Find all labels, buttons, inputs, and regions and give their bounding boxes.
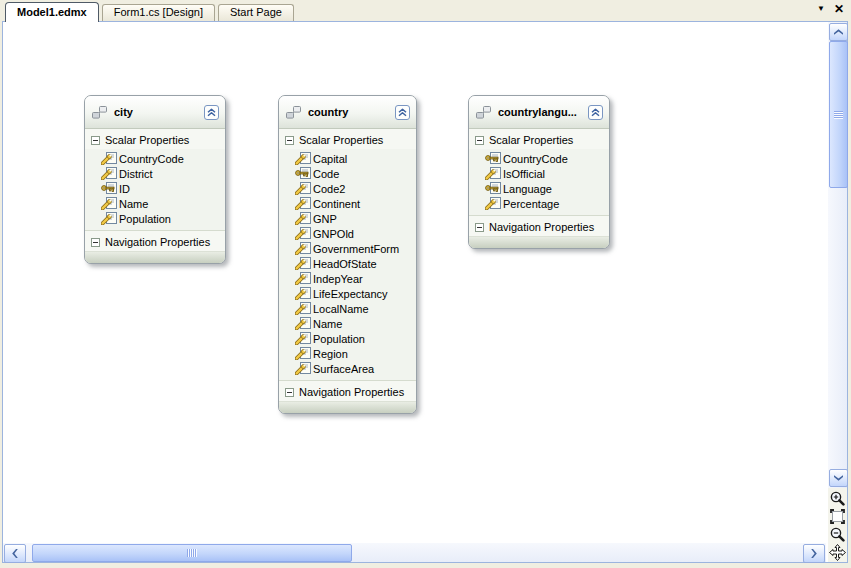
property-row-lifeexpectancy[interactable]: LifeExpectancy	[279, 286, 416, 301]
property-icon	[295, 257, 312, 270]
property-label: Continent	[313, 198, 360, 210]
property-icon	[295, 212, 312, 225]
section-label: Navigation Properties	[489, 221, 594, 233]
property-label: GNPOld	[313, 228, 354, 240]
tab-model1-edmx[interactable]: Model1.edmx	[5, 2, 99, 22]
property-row-localname[interactable]: LocalName	[279, 301, 416, 316]
property-row-name[interactable]: Name	[85, 196, 225, 211]
navigation-properties-header[interactable]: Navigation Properties	[85, 230, 225, 251]
chevron-left-icon	[12, 549, 18, 558]
property-label: IsOfficial	[503, 168, 545, 180]
entity-city[interactable]: cityScalar PropertiesCountryCodeDistrict…	[84, 95, 226, 264]
collapse-minus-icon	[285, 388, 294, 397]
scalar-properties-header[interactable]: Scalar Properties	[279, 129, 416, 149]
property-label: HeadOfState	[313, 258, 377, 270]
property-row-countrycode[interactable]: CountryCode	[85, 151, 225, 166]
property-row-gnp[interactable]: GNP	[279, 211, 416, 226]
tab-label: Start Page	[230, 6, 282, 18]
key-property-icon	[101, 182, 118, 195]
property-row-id[interactable]: ID	[85, 181, 225, 196]
vs-designer-window: { "tabs": { "items": [ {"label": "Model1…	[0, 0, 851, 568]
entity-footer	[85, 251, 225, 263]
property-row-headofstate[interactable]: HeadOfState	[279, 256, 416, 271]
property-label: Language	[503, 183, 552, 195]
property-label: Percentage	[503, 198, 559, 210]
zoom-fit-button[interactable]	[829, 508, 846, 525]
property-row-indepyear[interactable]: IndepYear	[279, 271, 416, 286]
tab-label: Model1.edmx	[17, 6, 87, 18]
vertical-scrollbar[interactable]	[828, 22, 847, 488]
property-icon	[295, 332, 312, 345]
entity-header[interactable]: countrylangu...	[469, 96, 609, 129]
scroll-up-button[interactable]	[829, 23, 848, 41]
entity-footer	[279, 401, 416, 413]
scroll-left-button[interactable]	[4, 544, 26, 563]
chevron-up-icon	[834, 29, 843, 35]
document-tabstrip: Model1.edmx Form1.cs [Design] Start Page	[0, 0, 851, 21]
scroll-down-button[interactable]	[829, 469, 848, 487]
property-row-region[interactable]: Region	[279, 346, 416, 361]
property-icon	[295, 272, 312, 285]
zoom-toolbar	[828, 488, 847, 562]
property-icon	[295, 227, 312, 240]
property-label: Code	[313, 168, 339, 180]
pan-button[interactable]	[829, 544, 846, 561]
property-row-gnpold[interactable]: GNPOld	[279, 226, 416, 241]
scalar-properties-header[interactable]: Scalar Properties	[469, 129, 609, 149]
entity-country[interactable]: countryScalar PropertiesCapitalCodeCode2…	[278, 95, 417, 414]
scroll-right-button[interactable]	[803, 544, 825, 563]
scalar-properties-header[interactable]: Scalar Properties	[85, 129, 225, 149]
close-icon[interactable]: ✕	[834, 3, 844, 15]
section-label: Navigation Properties	[299, 386, 404, 398]
entity-icon	[285, 106, 302, 119]
property-row-isofficial[interactable]: IsOfficial	[469, 166, 609, 181]
chevron-down-icon	[834, 475, 843, 481]
navigation-properties-header[interactable]: Navigation Properties	[469, 215, 609, 236]
collapse-chevron-icon[interactable]	[395, 105, 410, 120]
entity-icon	[475, 106, 492, 119]
horizontal-scroll-thumb[interactable]	[32, 544, 352, 562]
property-icon	[101, 167, 118, 180]
property-row-capital[interactable]: Capital	[279, 151, 416, 166]
property-row-name[interactable]: Name	[279, 316, 416, 331]
property-label: LifeExpectancy	[313, 288, 388, 300]
section-label: Navigation Properties	[105, 236, 210, 248]
property-row-district[interactable]: District	[85, 166, 225, 181]
horizontal-scrollbar[interactable]	[3, 543, 826, 562]
navigation-properties-header[interactable]: Navigation Properties	[279, 380, 416, 401]
pan-icon	[829, 544, 846, 561]
property-row-governmentform[interactable]: GovernmentForm	[279, 241, 416, 256]
property-icon	[101, 197, 118, 210]
collapse-minus-icon	[475, 223, 484, 232]
property-icon	[295, 347, 312, 360]
entity-header[interactable]: city	[85, 96, 225, 129]
tab-label: Form1.cs [Design]	[114, 6, 203, 18]
property-row-code[interactable]: Code	[279, 166, 416, 181]
property-row-percentage[interactable]: Percentage	[469, 196, 609, 211]
property-label: CountryCode	[503, 153, 568, 165]
window-controls: ▼ ✕	[817, 3, 844, 15]
property-row-population[interactable]: Population	[85, 211, 225, 226]
window-dropdown-icon[interactable]: ▼	[817, 3, 825, 15]
property-row-language[interactable]: Language	[469, 181, 609, 196]
design-canvas[interactable]: cityScalar PropertiesCountryCodeDistrict…	[3, 22, 826, 541]
property-row-continent[interactable]: Continent	[279, 196, 416, 211]
vertical-scroll-thumb[interactable]	[829, 41, 848, 188]
property-row-population[interactable]: Population	[279, 331, 416, 346]
entity-countrylanguage[interactable]: countrylangu...Scalar PropertiesCountryC…	[468, 95, 610, 249]
property-row-countrycode[interactable]: CountryCode	[469, 151, 609, 166]
entity-header[interactable]: country	[279, 96, 416, 129]
property-label: CountryCode	[119, 153, 184, 165]
zoom-out-button[interactable]	[829, 526, 846, 543]
property-icon	[485, 197, 502, 210]
property-row-code2[interactable]: Code2	[279, 181, 416, 196]
tab-form1-cs-design[interactable]: Form1.cs [Design]	[102, 4, 215, 21]
zoom-in-button[interactable]	[829, 490, 846, 507]
property-row-surfacearea[interactable]: SurfaceArea	[279, 361, 416, 376]
property-icon	[295, 152, 312, 165]
tab-start-page[interactable]: Start Page	[218, 4, 294, 21]
collapse-chevron-icon[interactable]	[588, 105, 603, 120]
collapse-chevron-icon[interactable]	[204, 105, 219, 120]
section-label: Scalar Properties	[489, 134, 573, 146]
property-icon	[295, 182, 312, 195]
